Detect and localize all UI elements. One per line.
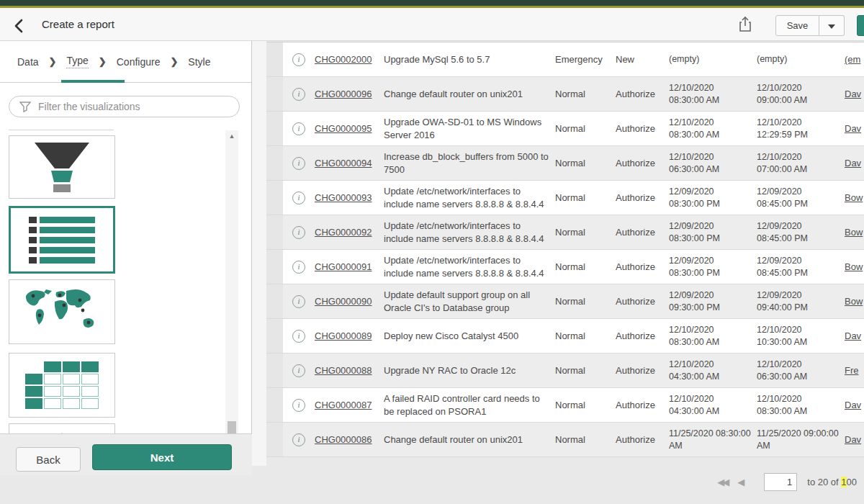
record-info-icon[interactable]: i: [292, 53, 305, 66]
record-number-link[interactable]: CHG0000088: [315, 365, 372, 376]
table-row: i CHG0000088 Upgrade NY RAC to Oracle 12…: [266, 354, 864, 388]
priority-cell: Normal: [555, 122, 616, 135]
chevron-left-icon: [13, 18, 32, 34]
tab-style[interactable]: Style: [188, 56, 210, 68]
save-button[interactable]: Save: [775, 15, 819, 36]
save-dropdown-button[interactable]: [819, 15, 845, 36]
record-number-link[interactable]: CHG0000096: [315, 89, 372, 99]
record-info-icon[interactable]: i: [292, 399, 305, 412]
assigned-to-link[interactable]: Dav: [845, 89, 861, 99]
record-number-link[interactable]: CHG0000091: [315, 261, 372, 272]
tab-type[interactable]: Type: [66, 55, 88, 68]
page-title: Create a report: [42, 18, 114, 30]
planned-end-cell: (empty): [757, 53, 845, 66]
table-row: i CHG0000087 A failed RAID controller ca…: [266, 388, 864, 423]
visualization-list: [7, 130, 223, 467]
viz-item-funnel[interactable]: [9, 135, 115, 199]
brand-top-strip: [0, 0, 864, 6]
tab-data[interactable]: Data: [17, 56, 39, 68]
priority-cell: Normal: [555, 295, 616, 308]
row-gutter: [266, 423, 283, 456]
planned-start-cell: 12/10/2020 08:30:00 AM: [669, 324, 757, 348]
planned-end-cell: 12/10/2020 08:30:00 AM: [757, 393, 845, 418]
assigned-to-link[interactable]: Dav: [845, 123, 861, 134]
assigned-to-link[interactable]: Bow: [845, 261, 863, 272]
record-info-icon[interactable]: i: [292, 88, 305, 101]
assigned-to-link[interactable]: Bow: [845, 296, 863, 307]
record-number-link[interactable]: CHG0000095: [315, 123, 372, 134]
filter-visualizations-input[interactable]: [9, 96, 240, 117]
assigned-to-link[interactable]: Dav: [845, 434, 861, 445]
assigned-to-link[interactable]: Dav: [845, 158, 861, 168]
planned-start-cell: 12/10/2020 06:30:00 AM: [669, 151, 757, 176]
assigned-to-link[interactable]: Bow: [845, 192, 863, 203]
next-step-button[interactable]: Next: [92, 444, 232, 470]
previous-page-button[interactable]: ◀: [736, 477, 744, 487]
record-number-link[interactable]: CHG0000093: [315, 192, 372, 203]
viz-list-scrollbar[interactable]: ▲ ▼: [225, 130, 238, 466]
record-info-icon[interactable]: i: [292, 364, 305, 377]
viz-item-map[interactable]: [9, 279, 115, 344]
record-info-icon[interactable]: i: [292, 157, 305, 170]
record-number-link[interactable]: CHG0000094: [315, 158, 372, 168]
record-info-icon[interactable]: i: [292, 433, 305, 446]
planned-start-cell: 12/09/2020 08:30:00 PM: [669, 186, 757, 210]
row-gutter: [266, 215, 283, 249]
record-info-icon[interactable]: i: [292, 295, 305, 308]
record-number-link[interactable]: CHG0000087: [315, 400, 372, 410]
chevron-right-icon: ❯: [49, 56, 57, 67]
funnel-chart-icon: [9, 137, 115, 197]
record-number-link[interactable]: CHG0000090: [315, 296, 372, 307]
active-tab-indicator: [61, 80, 125, 83]
back-button[interactable]: [13, 17, 32, 35]
assigned-to-link[interactable]: Fre: [845, 365, 859, 376]
state-cell: Authorize: [616, 157, 669, 170]
record-info-icon[interactable]: i: [292, 122, 305, 135]
state-cell: Authorize: [616, 364, 669, 377]
record-number-link[interactable]: CHG0000086: [315, 434, 372, 445]
assigned-to-link[interactable]: (em: [845, 54, 860, 65]
table-row: i CHG0000086 Change default router on un…: [266, 423, 864, 457]
record-number-link[interactable]: CHG0000089: [315, 330, 372, 341]
priority-cell: Normal: [555, 364, 616, 377]
back-step-button[interactable]: Back: [16, 447, 81, 472]
priority-cell: Normal: [555, 433, 616, 446]
planned-start-cell: 12/09/2020 08:30:00 PM: [669, 220, 757, 245]
priority-cell: Normal: [555, 157, 616, 170]
pagination-range-label: to 20 of 100: [807, 477, 857, 487]
assigned-to-link[interactable]: Dav: [845, 400, 861, 410]
assigned-to-link[interactable]: Dav: [845, 330, 861, 341]
first-page-button[interactable]: ◀◀: [716, 477, 729, 487]
table-row: i CHG0000090 Update default support grou…: [266, 284, 864, 319]
planned-start-cell: 12/10/2020 04:30:00 AM: [669, 393, 757, 418]
run-button[interactable]: [857, 15, 864, 36]
viz-item-list[interactable]: [9, 206, 115, 274]
page-number-input[interactable]: [764, 473, 797, 491]
state-cell: New: [616, 53, 669, 66]
table-row: i CHG0000095 Upgrade OWA-SD-01 to MS Win…: [266, 112, 864, 146]
short-description-cell: A failed RAID controller card needs to b…: [384, 392, 555, 418]
tab-configure[interactable]: Configure: [117, 56, 161, 68]
planned-start-cell: (empty): [669, 53, 757, 66]
table-row: i CHG0002000 Upgrade MySql 5.6 to 5.7 Em…: [266, 42, 864, 77]
app-header: Create a report Save: [0, 8, 864, 41]
chevron-left-icon: ◀: [737, 477, 742, 487]
chevron-right-icon: ❯: [170, 56, 178, 67]
record-info-icon[interactable]: i: [292, 192, 305, 204]
record-info-icon[interactable]: i: [292, 226, 305, 239]
viz-item-table[interactable]: [9, 353, 115, 418]
record-number-link[interactable]: CHG0002000: [315, 54, 372, 65]
scroll-up-icon[interactable]: ▲: [225, 130, 238, 142]
assigned-to-link[interactable]: Bow: [845, 227, 863, 238]
priority-cell: Normal: [555, 226, 616, 239]
short-description-cell: Update /etc/network/interfaces to includ…: [384, 254, 555, 279]
record-number-link[interactable]: CHG0000092: [315, 227, 372, 238]
record-info-icon[interactable]: i: [292, 330, 305, 343]
planned-end-cell: 12/10/2020 06:30:00 AM: [757, 359, 845, 383]
priority-cell: Emergency: [555, 53, 616, 66]
share-button[interactable]: [737, 15, 756, 34]
planned-end-cell: 12/09/2020 08:45:00 PM: [757, 186, 845, 210]
breadcrumb: Data ❯ Type ❯ Configure ❯ Style: [0, 41, 251, 83]
record-info-icon[interactable]: i: [292, 261, 305, 274]
world-map-icon: [19, 286, 105, 338]
